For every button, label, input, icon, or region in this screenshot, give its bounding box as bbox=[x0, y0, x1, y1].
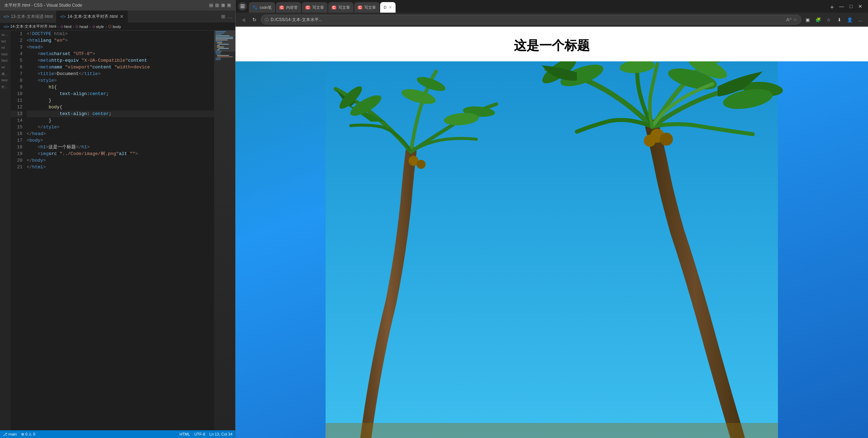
downloads-icon[interactable]: ⬇ bbox=[834, 15, 844, 25]
breadcrumb-item-style[interactable]: ◇ style bbox=[92, 24, 104, 29]
write2-tab-label: 写文章 bbox=[338, 5, 350, 10]
bookmark-icon[interactable]: ☆ bbox=[793, 17, 797, 22]
browser-tab-content1[interactable]: C 内容管 bbox=[276, 2, 301, 13]
sidebar-file-7[interactable]: 属性... bbox=[0, 71, 11, 77]
browser-sidebar-toggle[interactable] bbox=[238, 2, 247, 11]
svg-rect-5 bbox=[216, 38, 233, 39]
sidebar-file-4[interactable]: html bbox=[0, 52, 11, 58]
c-favicon-1: C bbox=[279, 6, 284, 9]
browser-tab-csdn[interactable]: 🐾 csdn笔 bbox=[249, 2, 275, 13]
code-line-4: <meta charset="UTF-8"> bbox=[27, 50, 214, 57]
titlebar-controls: — □ ⧉ ✕ bbox=[209, 4, 231, 7]
status-bar: ⎇ main ⊗ 0 ⚠ 0 HTML UTF-8 Ln 13, Col 34 bbox=[0, 430, 235, 438]
sidebar-file-1[interactable]: ss.h... bbox=[0, 32, 11, 38]
breadcrumb: </> 14-文本-文本水平对齐.html › ◇ html › ◇ head … bbox=[0, 23, 235, 31]
svg-rect-3 bbox=[216, 35, 230, 36]
sidebar-file-6[interactable]: ml bbox=[0, 65, 11, 70]
svg-rect-20 bbox=[216, 59, 221, 60]
more-actions-icon[interactable]: … bbox=[227, 14, 232, 19]
new-tab-button[interactable]: + bbox=[827, 2, 837, 12]
app-container: 水平对齐.html - CSS - Visual Studio Code — □… bbox=[0, 0, 868, 438]
address-bar[interactable]: ⓘ D:/CSS/14-文本-文本水平... Aᴬ ☆ bbox=[261, 15, 801, 25]
sidebar-file-3[interactable]: ml bbox=[0, 45, 11, 51]
breadcrumb-item-file[interactable]: </> 14-文本-文本水平对齐.html bbox=[4, 24, 56, 29]
sidebar-file-8[interactable]: html bbox=[0, 78, 11, 83]
code-line-12: body { bbox=[27, 104, 214, 110]
code-line-1: <!DOCTYPE html> bbox=[27, 31, 214, 37]
main-row: 水平对齐.html - CSS - Visual Studio Code — □… bbox=[0, 0, 868, 438]
browser-tab-write3[interactable]: C 写文章 bbox=[354, 2, 379, 13]
editor-main: ss.h... tml ml html html ml 属性... html 对… bbox=[0, 31, 235, 430]
reader-mode-icon[interactable]: Aᴬ bbox=[786, 17, 791, 22]
breadcrumb-item-body[interactable]: ⬡ body bbox=[108, 24, 121, 29]
browser-window-controls: — □ ✕ bbox=[838, 2, 865, 11]
close-icon[interactable]: ✕ bbox=[227, 4, 231, 7]
code-line-14: } bbox=[27, 117, 214, 124]
settings-menu-icon[interactable]: … bbox=[855, 15, 865, 25]
tab-close-icon[interactable]: ✕ bbox=[120, 14, 124, 19]
tab-14[interactable]: </> 14-文本-文本水平对齐.html ✕ bbox=[57, 11, 127, 23]
code-line-20: </body> bbox=[27, 157, 214, 164]
split-editor-icon[interactable]: ⊞ bbox=[221, 14, 225, 19]
address-bar-actions: Aᴬ ☆ bbox=[786, 17, 797, 22]
svg-rect-19 bbox=[216, 58, 221, 59]
svg-rect-18 bbox=[217, 56, 233, 57]
tab-bar: </> 13-文本-文本缩进.html </> 14-文本-文本水平对齐.htm… bbox=[0, 11, 235, 23]
svg-rect-38 bbox=[326, 423, 778, 438]
status-branch: ⎇ main bbox=[3, 432, 17, 437]
browser-tab-active[interactable]: D ✕ bbox=[380, 2, 396, 13]
svg-rect-14 bbox=[216, 51, 222, 52]
browser-minimize-btn[interactable]: — bbox=[838, 2, 846, 11]
code-line-6: <meta name="viewport" content="width=dev… bbox=[27, 64, 214, 70]
collections-icon[interactable]: ▣ bbox=[803, 15, 813, 25]
code-line-5: <meta http-equiv="X-UA-Compatible" conte… bbox=[27, 57, 214, 64]
extensions-icon[interactable]: 🧩 bbox=[813, 15, 823, 25]
minimize-icon[interactable]: — bbox=[209, 4, 213, 7]
sidebar-file-9[interactable]: 对... bbox=[0, 84, 11, 90]
browser-restore-btn[interactable]: □ bbox=[848, 2, 854, 11]
c-favicon-4: C bbox=[358, 6, 362, 9]
breadcrumb-item-html[interactable]: ◇ html bbox=[60, 24, 72, 29]
svg-rect-17 bbox=[217, 55, 229, 56]
browser-close-btn[interactable]: ✕ bbox=[857, 2, 864, 11]
code-line-11: } bbox=[27, 97, 214, 104]
svg-rect-10 bbox=[217, 45, 220, 46]
vscode-section: 水平对齐.html - CSS - Visual Studio Code — □… bbox=[0, 0, 235, 438]
code-line-19: <img src="../Code/image/树.png" alt=""> bbox=[27, 150, 214, 157]
write3-tab-label: 写文章 bbox=[364, 5, 376, 10]
svg-rect-4 bbox=[216, 37, 233, 38]
tab-icon: </> bbox=[4, 14, 9, 19]
breadcrumb-sep2: › bbox=[73, 25, 74, 29]
tab-actions: ⊞ … bbox=[218, 14, 235, 19]
browser-tab-write1[interactable]: C 写文章 bbox=[302, 2, 327, 13]
svg-rect-15 bbox=[216, 52, 221, 53]
body-icon: ⬡ bbox=[108, 24, 112, 29]
restore2-icon[interactable]: ⧉ bbox=[221, 4, 225, 7]
restore-icon[interactable]: □ bbox=[215, 4, 219, 7]
status-encoding: UTF-8 bbox=[194, 432, 205, 436]
csdn-tab-label: csdn笔 bbox=[260, 5, 272, 10]
active-tab-close[interactable]: ✕ bbox=[389, 5, 392, 10]
breadcrumb-item-head[interactable]: ◇ head bbox=[75, 24, 88, 29]
tab-icon-active: </> bbox=[60, 14, 66, 19]
browser-panel: 🐾 csdn笔 C 内容管 C 写文章 C 写文章 bbox=[235, 0, 868, 438]
browser-content: 这是一个标题 bbox=[236, 27, 868, 438]
svg-point-42 bbox=[660, 133, 673, 146]
breadcrumb-sep4: › bbox=[105, 25, 107, 29]
head-icon: ◇ bbox=[75, 24, 78, 29]
browser-tab-write2[interactable]: C 写文章 bbox=[328, 2, 353, 13]
code-line-17: <body> bbox=[27, 137, 214, 144]
profile-icon[interactable]: 👤 bbox=[845, 15, 855, 25]
code-editor[interactable]: <!DOCTYPE html> <html lang="en"> <head> bbox=[25, 31, 214, 430]
code-line-10: text-align:center; bbox=[27, 90, 214, 97]
sidebar-file-2[interactable]: tml bbox=[0, 39, 11, 45]
palm-svg bbox=[236, 61, 868, 438]
tab-13[interactable]: </> 13-文本-文本缩进.html bbox=[0, 11, 57, 23]
favorites-icon[interactable]: ☆ bbox=[824, 15, 834, 25]
back-button[interactable]: ◀ bbox=[238, 15, 248, 25]
page-heading: 这是一个标题 bbox=[236, 27, 868, 61]
vscode-title: 水平对齐.html - CSS - Visual Studio Code bbox=[4, 2, 82, 8]
refresh-button[interactable]: ↻ bbox=[250, 15, 259, 25]
status-errors: ⊗ 0 ⚠ 0 bbox=[21, 432, 35, 437]
sidebar-file-5[interactable]: html bbox=[0, 58, 11, 64]
